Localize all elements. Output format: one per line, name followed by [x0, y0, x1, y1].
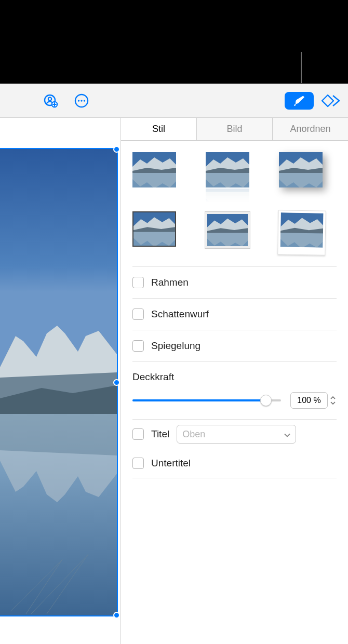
svg-rect-19 [206, 189, 249, 192]
more-icon [74, 93, 89, 109]
format-brush-icon [292, 95, 306, 107]
format-inspector: Stil Bild Anordnen [121, 118, 348, 644]
image-content [0, 149, 117, 615]
animate-inspector-button[interactable] [319, 92, 343, 110]
opacity-section: Deckkraft [121, 362, 348, 419]
canvas-area[interactable] [0, 118, 121, 644]
annotation-dark-area [0, 0, 348, 84]
selection-handle-bottom-right[interactable] [113, 612, 120, 619]
opacity-step-up[interactable] [329, 395, 337, 400]
style-preset-6[interactable] [279, 211, 323, 258]
subtitle-row: Untertitel [121, 449, 348, 478]
tab-style[interactable]: Stil [121, 118, 197, 140]
animate-diamond-icon [320, 93, 341, 108]
opacity-label: Deckkraft [132, 371, 337, 383]
frame-row: Rahmen [121, 267, 348, 298]
more-button[interactable] [73, 92, 90, 110]
title-position-value: Oben [182, 429, 205, 440]
svg-point-6 [81, 100, 82, 101]
title-row: Titel Oben [121, 420, 348, 449]
reflection-checkbox[interactable] [132, 340, 144, 352]
tab-image[interactable]: Bild [197, 118, 273, 140]
opacity-stepper [290, 392, 337, 409]
opacity-step-down[interactable] [329, 400, 337, 406]
collaborate-icon [43, 93, 58, 109]
shadow-checkbox[interactable] [132, 308, 144, 320]
subtitle-label: Untertitel [151, 458, 191, 469]
chevron-up-icon [330, 396, 336, 399]
tab-arrange[interactable]: Anordnen [273, 118, 348, 140]
style-preset-2[interactable] [206, 152, 249, 200]
format-inspector-button[interactable] [285, 92, 314, 110]
selection-handle-middle-right[interactable] [113, 379, 120, 386]
top-toolbar [0, 84, 348, 118]
frame-label: Rahmen [151, 277, 189, 288]
style-thumbnails [121, 141, 348, 266]
shadow-label: Schattenwurf [151, 308, 209, 320]
svg-point-5 [78, 100, 79, 101]
svg-point-1 [48, 97, 51, 100]
reflection-label: Spiegelung [151, 340, 200, 352]
title-position-dropdown[interactable]: Oben [177, 425, 296, 444]
selection-handle-top-right[interactable] [113, 146, 120, 153]
callout-line [301, 52, 302, 83]
shadow-row: Schattenwurf [121, 299, 348, 330]
separator [132, 478, 337, 478]
style-preset-3[interactable] [279, 152, 323, 187]
chevron-down-icon [284, 429, 290, 440]
title-checkbox[interactable] [132, 428, 144, 440]
chevron-down-icon [330, 401, 336, 405]
style-preset-5[interactable] [206, 211, 249, 247]
opacity-slider[interactable] [132, 395, 281, 406]
inspector-tabs: Stil Bild Anordnen [121, 118, 348, 141]
frame-checkbox[interactable] [132, 277, 144, 288]
style-preset-4[interactable] [132, 211, 176, 247]
style-preset-1[interactable] [132, 152, 176, 187]
svg-point-7 [84, 100, 85, 101]
opacity-value-input[interactable] [290, 392, 328, 409]
reflection-row: Spiegelung [121, 330, 348, 361]
selected-image[interactable] [0, 149, 117, 615]
collaborate-button[interactable] [42, 92, 59, 110]
title-label: Titel [151, 428, 169, 440]
content-area: Stil Bild Anordnen [0, 118, 348, 644]
subtitle-checkbox[interactable] [132, 458, 144, 469]
